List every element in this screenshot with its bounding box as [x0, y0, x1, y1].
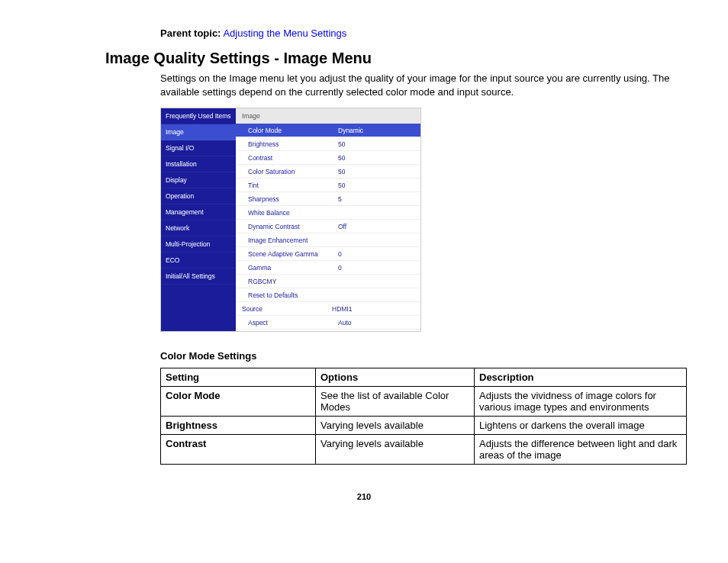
menu-right-row: Reset to Defaults: [236, 330, 420, 332]
menu-screenshot: Frequently Used ItemsImageSignal I/OInst…: [160, 108, 421, 332]
menu-right-row: Sharpness5: [236, 192, 420, 206]
table-header-row: Setting Options Description: [161, 368, 687, 387]
menu-row-value: [338, 236, 420, 244]
menu-right-header: Image: [236, 108, 420, 124]
menu-row-value: Auto: [338, 319, 420, 327]
td-options: See the list of available Color Modes: [316, 387, 475, 417]
menu-left-item: Installation: [161, 156, 236, 172]
menu-row-label: Reset to Defaults: [248, 291, 338, 299]
menu-right-panel: Image Color ModeDynamicBrightness50Contr…: [236, 108, 420, 331]
menu-row-label: Sharpness: [248, 195, 338, 203]
parent-topic-link[interactable]: Adjusting the Menu Settings: [223, 27, 346, 39]
menu-row-value: 50: [338, 154, 420, 162]
menu-row-label: Brightness: [248, 140, 338, 148]
menu-right-row: Reset to Defaults: [236, 288, 420, 302]
table-row: Color ModeSee the list of available Colo…: [161, 387, 687, 417]
menu-left-item: Operation: [161, 188, 236, 204]
menu-row-value: 0: [338, 264, 420, 272]
td-description: Lightens or darkens the overall image: [475, 417, 687, 435]
menu-left-item: Network: [161, 220, 236, 236]
menu-row-value: 5: [338, 195, 420, 203]
menu-row-value: 0: [338, 250, 420, 258]
menu-right-row: SourceHDMI1: [236, 302, 420, 316]
table-row: ContrastVarying levels availableAdjusts …: [161, 435, 687, 465]
menu-row-value: [338, 209, 420, 217]
td-options: Varying levels available: [316, 417, 475, 435]
menu-row-value: [338, 278, 420, 285]
menu-left-item: Management: [161, 204, 236, 220]
menu-row-label: Tint: [248, 182, 338, 189]
menu-row-value: 50: [338, 168, 420, 175]
page-title: Image Quality Settings - Image Menu: [105, 50, 682, 67]
menu-row-label: Contrast: [248, 154, 338, 162]
menu-left-item: Signal I/O: [161, 140, 236, 156]
menu-row-value: Off: [338, 223, 420, 230]
menu-row-label: Source: [242, 305, 332, 313]
menu-row-label: Dynamic Contrast: [248, 223, 338, 230]
menu-right-row: Color Saturation50: [236, 165, 420, 179]
menu-left-item: ECO: [161, 253, 236, 269]
table-row: BrightnessVarying levels availableLighte…: [161, 417, 687, 435]
menu-right-row: Brightness50: [236, 137, 420, 151]
menu-row-value: HDMI1: [332, 305, 420, 313]
intro-paragraph: Settings on the Image menu let you adjus…: [160, 72, 682, 98]
td-description: Adjusts the vividness of image colors fo…: [475, 387, 687, 417]
menu-row-value: [338, 291, 420, 299]
page-number: 210: [46, 492, 682, 501]
menu-left-item: Image: [161, 124, 236, 140]
td-setting: Brightness: [161, 417, 316, 435]
th-setting: Setting: [161, 368, 316, 387]
menu-row-label: Image Enhancement: [248, 236, 338, 244]
th-description: Description: [475, 368, 687, 387]
td-options: Varying levels available: [316, 435, 475, 465]
menu-row-value: Dynamic: [338, 127, 420, 134]
parent-topic: Parent topic: Adjusting the Menu Setting…: [160, 27, 682, 39]
menu-right-row: Scene Adaptive Gamma0: [236, 247, 420, 261]
menu-left-item: Initial/All Settings: [161, 269, 236, 285]
th-options: Options: [316, 368, 475, 387]
menu-right-row: Contrast50: [236, 151, 420, 165]
section-heading: Color Mode Settings: [160, 350, 682, 362]
menu-right-row: Color ModeDynamic: [236, 124, 420, 137]
menu-right-row: AspectAuto: [236, 316, 420, 330]
menu-row-label: Scene Adaptive Gamma: [248, 250, 338, 258]
menu-left-item: Display: [161, 172, 236, 188]
menu-row-value: 50: [338, 182, 420, 189]
menu-right-row: RGBCMY: [236, 275, 420, 288]
menu-right-row: Image Enhancement: [236, 233, 420, 247]
menu-left-panel: Frequently Used ItemsImageSignal I/OInst…: [161, 108, 236, 331]
menu-left-item: Frequently Used Items: [161, 108, 236, 124]
parent-topic-label: Parent topic:: [160, 27, 221, 39]
menu-row-label: RGBCMY: [248, 278, 338, 285]
menu-row-label: Color Saturation: [248, 168, 338, 175]
td-setting: Color Mode: [161, 387, 316, 417]
td-setting: Contrast: [161, 435, 316, 465]
menu-right-row: Dynamic ContrastOff: [236, 220, 420, 233]
menu-row-label: Aspect: [248, 319, 338, 327]
menu-right-row: Gamma0: [236, 261, 420, 275]
menu-left-item: Multi-Projection: [161, 236, 236, 253]
menu-right-row: White Balance: [236, 206, 420, 220]
td-description: Adjusts the difference between light and…: [475, 435, 687, 465]
menu-row-label: Color Mode: [248, 127, 338, 134]
menu-row-label: White Balance: [248, 209, 338, 217]
menu-row-label: Gamma: [248, 264, 338, 272]
menu-right-row: Tint50: [236, 179, 420, 192]
settings-table: Setting Options Description Color ModeSe…: [160, 368, 687, 465]
menu-row-value: 50: [338, 140, 420, 148]
